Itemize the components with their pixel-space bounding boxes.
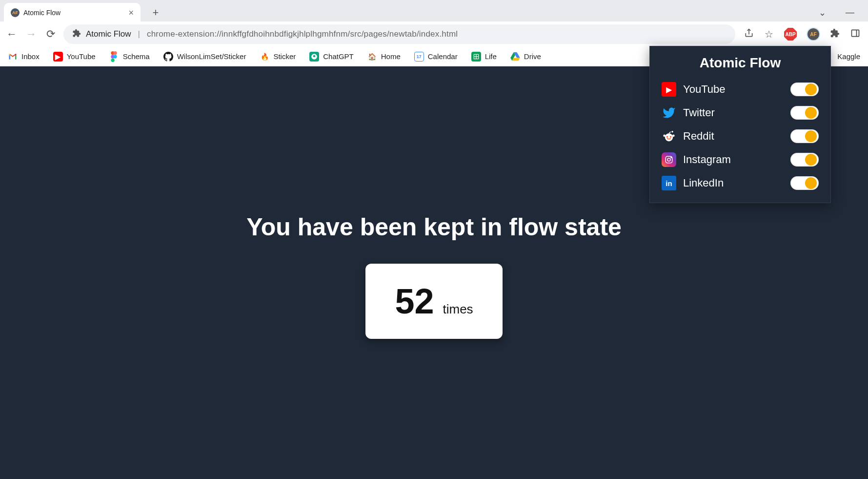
window-controls: ⌄ — <box>819 7 868 18</box>
bookmark-label: Inbox <box>21 52 40 61</box>
chevron-down-icon[interactable]: ⌄ <box>819 7 826 18</box>
site-row-linkedin: in LinkedIn <box>662 171 819 195</box>
close-tab-icon[interactable]: × <box>128 8 134 18</box>
reddit-icon <box>662 129 676 144</box>
gmail-icon <box>8 52 18 62</box>
tab-bar: AF Atomic Flow × + ⌄ — <box>0 0 868 21</box>
bookmark-kaggle[interactable]: Kaggle <box>834 50 863 62</box>
bookmark-home[interactable]: 🏠 Home <box>364 50 404 63</box>
atomic-flow-extension-icon[interactable]: AF <box>807 28 819 40</box>
site-label: YouTube <box>683 83 784 96</box>
bookmark-sticker[interactable]: 🔥 Sticker <box>257 50 299 63</box>
calendar-icon: 17 <box>414 52 424 62</box>
chatgpt-icon <box>309 52 319 62</box>
toolbar-actions: ☆ ABP AF <box>741 28 863 41</box>
sheets-icon <box>471 52 481 62</box>
bookmark-label: YouTube <box>67 52 96 61</box>
svg-point-5 <box>113 55 117 58</box>
toggle-twitter[interactable] <box>790 106 819 120</box>
site-row-reddit: Reddit <box>662 125 819 148</box>
svg-point-15 <box>671 131 673 133</box>
svg-point-14 <box>672 135 675 137</box>
bookmark-life[interactable]: Life <box>468 50 500 63</box>
drive-icon <box>510 52 520 62</box>
bookmark-youtube[interactable]: ▶ YouTube <box>50 50 99 63</box>
bookmark-schema[interactable]: Schema <box>106 50 153 63</box>
figma-icon <box>109 52 119 62</box>
minimize-icon[interactable]: — <box>846 7 854 18</box>
bookmark-github-repo[interactable]: WilsonLimSet/Sticker <box>161 50 249 63</box>
bookmark-label: Kaggle <box>837 52 860 61</box>
svg-point-18 <box>671 157 672 158</box>
extension-popup: Atomic Flow ▶ YouTube Twitter Reddit Ins… <box>649 46 831 203</box>
sidepanel-icon[interactable] <box>850 28 860 41</box>
flow-count-suffix: times <box>443 302 473 317</box>
browser-tab[interactable]: AF Atomic Flow × <box>4 3 141 22</box>
toggle-instagram[interactable] <box>790 153 819 167</box>
flow-count-card: 52 times <box>365 264 502 339</box>
site-row-twitter: Twitter <box>662 101 819 125</box>
linkedin-icon: in <box>662 176 676 190</box>
site-row-instagram: Instagram <box>662 148 819 171</box>
forward-button[interactable]: → <box>24 27 38 41</box>
bookmark-calendar[interactable]: 17 Calendar <box>411 50 461 63</box>
youtube-icon: ▶ <box>662 82 676 97</box>
site-label: Twitter <box>683 106 784 119</box>
omnibox-url: chrome-extension://innkffgfdhoihnbdfigkj… <box>147 29 458 39</box>
site-label: Reddit <box>683 130 784 143</box>
svg-point-17 <box>667 158 670 161</box>
youtube-icon: ▶ <box>53 52 63 62</box>
extensions-puzzle-icon[interactable] <box>830 28 840 41</box>
bookmark-label: Life <box>485 52 497 61</box>
twitter-icon <box>662 105 676 120</box>
omnibox-divider: | <box>138 29 140 39</box>
bookmark-label: Home <box>381 52 401 61</box>
tab-favicon: AF <box>11 8 20 17</box>
svg-point-10 <box>665 133 673 141</box>
fire-icon: 🔥 <box>260 52 269 62</box>
instagram-icon <box>662 152 676 167</box>
omnibox[interactable]: Atomic Flow | chrome-extension://innkffg… <box>63 24 735 44</box>
github-icon <box>163 52 173 62</box>
bookmark-label: WilsonLimSet/Sticker <box>177 52 246 61</box>
bookmark-drive[interactable]: Drive <box>507 50 544 63</box>
site-label: LinkedIn <box>683 177 784 189</box>
new-tab-button[interactable]: + <box>148 5 163 20</box>
bookmark-inbox[interactable]: Inbox <box>5 50 42 63</box>
extension-icon <box>72 29 81 40</box>
svg-point-11 <box>666 136 668 138</box>
site-label: Instagram <box>683 153 784 166</box>
bookmark-label: Drive <box>524 52 541 61</box>
svg-point-13 <box>663 135 666 137</box>
svg-rect-0 <box>852 30 859 36</box>
svg-point-6 <box>111 58 115 62</box>
bookmark-star-icon[interactable]: ☆ <box>765 28 773 40</box>
share-icon[interactable] <box>744 28 754 41</box>
back-button[interactable]: ← <box>5 27 19 41</box>
bookmark-chatgpt[interactable]: ChatGPT <box>306 50 357 63</box>
toggle-reddit[interactable] <box>790 129 819 143</box>
svg-point-12 <box>670 136 671 138</box>
svg-point-3 <box>113 51 117 55</box>
page-heading: You have been kept in flow state <box>246 213 622 241</box>
omnibox-ext-name: Atomic Flow <box>86 29 131 39</box>
bookmark-label: ChatGPT <box>323 52 354 61</box>
tab-title: Atomic Flow <box>23 9 124 17</box>
toolbar: ← → ⟳ Atomic Flow | chrome-extension://i… <box>0 21 868 47</box>
toggle-youtube[interactable] <box>790 83 819 96</box>
site-row-youtube: ▶ YouTube <box>662 78 819 101</box>
abp-extension-icon[interactable]: ABP <box>784 28 797 41</box>
bookmark-label: Sticker <box>273 52 296 61</box>
toggle-linkedin[interactable] <box>790 176 819 190</box>
bookmark-label: Calendar <box>428 52 458 61</box>
home-icon: 🏠 <box>367 52 377 62</box>
reload-button[interactable]: ⟳ <box>44 27 58 41</box>
popup-title: Atomic Flow <box>662 55 819 71</box>
flow-count-number: 52 <box>395 281 434 321</box>
bookmark-label: Schema <box>123 52 150 61</box>
